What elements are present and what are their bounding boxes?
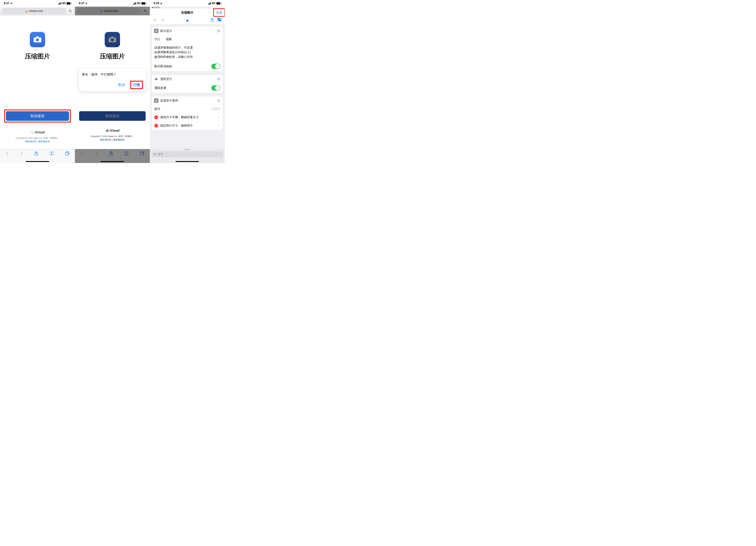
terms-link[interactable]: 條款與約定	[25, 140, 37, 143]
status-time: 9:29	[154, 2, 159, 5]
back-button[interactable]	[80, 151, 84, 156]
tabs-button[interactable]	[65, 151, 69, 156]
svg-point-28	[154, 153, 155, 155]
svg-point-25	[156, 78, 157, 79]
back-button[interactable]	[6, 151, 9, 156]
bookmarks-button[interactable]	[49, 151, 54, 156]
location-icon: ➤	[10, 2, 13, 5]
shortcut-app-icon	[105, 32, 120, 47]
toggle-label: 選取多個	[154, 86, 166, 90]
forward-button[interactable]	[20, 151, 23, 156]
safari-url-bar: 🔒icloud.com ↻	[75, 7, 150, 15]
remove-icon[interactable]: −	[154, 115, 158, 119]
redo-button[interactable]	[161, 18, 165, 23]
home-indicator[interactable]	[101, 161, 124, 162]
field-label: 標題	[154, 37, 163, 41]
prompt-label: 提示	[154, 107, 160, 111]
open-in-app-dialog: 要在「捷徑」中打開嗎？ 取消 打開	[79, 69, 146, 91]
screenshot-1: 9:27➤ 4G 🔒icloud.com ↻ 压缩图片 取得捷徑 ☁️iClou…	[0, 0, 75, 163]
highlight-box: 取得捷徑	[4, 109, 71, 122]
url-field[interactable]: 🔒icloud.com	[2, 8, 66, 14]
get-shortcut-button[interactable]: 取得捷徑	[6, 111, 69, 121]
field-value[interactable]: 提醒	[166, 37, 172, 41]
battery-icon	[141, 2, 146, 5]
drag-handle-icon[interactable]: ≡	[218, 116, 220, 119]
select-multiple-toggle[interactable]	[211, 85, 220, 91]
delete-action-button[interactable]: ✕	[217, 29, 221, 33]
camera-icon	[33, 36, 42, 43]
menu-option-1[interactable]: − 保持尺寸不變，壓縮容量大小 ≡	[152, 113, 223, 121]
svg-point-9	[111, 39, 114, 41]
safari-toolbar	[75, 149, 150, 163]
action-search-sheet[interactable]: 搜尋	[150, 148, 225, 163]
run-button[interactable]: ▶	[186, 18, 189, 22]
action-show-alert: ⚙ 顯示提示 ✕ 標題 提醒 請選擇要壓縮的照片，可多選 如選擇數量過多(100…	[152, 27, 223, 71]
battery-icon	[216, 2, 221, 5]
signal-icon	[133, 2, 136, 5]
show-cancel-toggle[interactable]	[211, 64, 220, 69]
bookmarks-button[interactable]	[124, 151, 129, 156]
footer: ☁️iCloud Copyright © 2018 Apple Inc. 保留一…	[0, 130, 75, 143]
svg-rect-1	[36, 36, 39, 38]
safari-toolbar	[0, 149, 75, 163]
alert-body[interactable]: 請選擇要壓縮的照片，可多選 如選擇數量過多(100張以上) 處理時間會較長，請耐…	[152, 43, 223, 61]
home-indicator[interactable]	[26, 161, 49, 162]
lock-icon: 🔒	[100, 10, 103, 12]
action-title: 選取照片	[160, 77, 172, 81]
dialog-cancel-button[interactable]: 取消	[116, 82, 127, 88]
done-button[interactable]: 完成	[214, 9, 225, 16]
remove-icon[interactable]: −	[154, 124, 158, 128]
signal-icon	[208, 2, 211, 5]
share-button[interactable]	[210, 18, 214, 23]
svg-rect-13	[140, 152, 143, 155]
svg-rect-8	[111, 36, 114, 38]
url-field[interactable]: 🔒icloud.com	[77, 8, 141, 14]
search-input[interactable]: 搜尋	[152, 151, 223, 157]
get-shortcut-button[interactable]: 取得捷徑	[79, 111, 146, 121]
action-title: 顯示提示	[160, 29, 172, 33]
gear-icon: ⚙	[154, 29, 159, 33]
photos-icon	[154, 77, 159, 81]
status-time: 9:27	[79, 2, 84, 5]
page-title: 压缩图片	[181, 10, 194, 15]
icloud-brand: ☁️iCloud	[0, 130, 75, 135]
action-select-photos: 選取照片 ✕ 選取多個	[152, 75, 223, 93]
actions-list[interactable]: ⚙ 顯示提示 ✕ 標題 提醒 請選擇要壓縮的照片，可多選 如選擇數量過多(100…	[150, 24, 225, 134]
back-to-app[interactable]: ◀ Safari	[150, 6, 225, 9]
menu-option-2[interactable]: − 指定照片尺寸，裁剪照片 ≡	[152, 121, 223, 130]
undo-button[interactable]	[153, 18, 157, 23]
screenshot-2: 9:27➤ 4G 🔒icloud.com ↻ 压缩图片 取得捷徑 ☁️iClou…	[75, 0, 150, 163]
svg-point-26	[156, 79, 157, 80]
svg-point-2	[36, 39, 39, 41]
toggle-label: 顯示取消按鈕	[154, 64, 172, 68]
url-domain: icloud.com	[29, 9, 43, 13]
delete-action-button[interactable]: ✕	[217, 77, 221, 81]
share-button[interactable]	[34, 151, 38, 156]
terms-link[interactable]: 條款與約定	[100, 139, 111, 141]
svg-point-19	[218, 20, 219, 21]
svg-rect-6	[65, 152, 68, 155]
home-indicator[interactable]	[176, 161, 199, 162]
copyright: Copyright © 2018 Apple Inc. 保留一切權利。	[75, 135, 150, 138]
privacy-link[interactable]: 隱私權政策	[38, 140, 50, 143]
dialog-open-button[interactable]: 打開	[130, 81, 143, 89]
location-icon: ➤	[85, 2, 87, 5]
reload-button[interactable]: ↻	[142, 9, 148, 13]
svg-point-24	[155, 78, 156, 79]
sheet-grabber[interactable]	[184, 149, 190, 150]
prompt-placeholder[interactable]: 請選擇	[211, 107, 220, 111]
settings-toggle-icon[interactable]	[217, 18, 222, 23]
action-choose-from-menu: ⚙ 從選單中選擇 ✕ 提示 請選擇 − 保持尺寸不變，壓縮容量大小 ≡ − 指定…	[152, 97, 223, 130]
tabs-button[interactable]	[140, 151, 144, 156]
drag-handle-icon[interactable]: ≡	[218, 124, 220, 127]
dialog-message: 要在「捷徑」中打開嗎？	[82, 72, 143, 76]
privacy-link[interactable]: 隱私權政策	[113, 139, 125, 141]
reload-button[interactable]: ↻	[68, 9, 73, 13]
shortcut-app-icon	[30, 32, 45, 47]
svg-point-27	[155, 79, 156, 80]
delete-action-button[interactable]: ✕	[217, 99, 221, 102]
share-button[interactable]	[109, 151, 113, 156]
gear-icon: ⚙	[154, 98, 159, 103]
forward-button[interactable]	[95, 151, 98, 156]
copyright: Copyright © 2018 Apple Inc. 保留一切權利。	[0, 136, 75, 140]
